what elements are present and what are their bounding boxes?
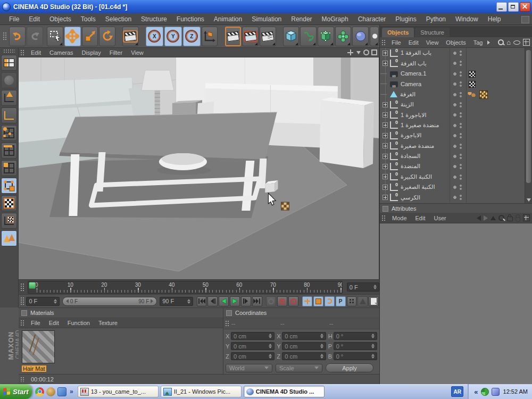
visibility-dots[interactable] bbox=[450, 69, 466, 79]
scrollbar-thumb[interactable] bbox=[526, 50, 531, 183]
titlebar[interactable]: CINEMA 4D Studio (32 Bit) - [01.c4d *] bbox=[0, 0, 532, 13]
object-label[interactable]: الكرسي bbox=[401, 194, 420, 201]
tree-row[interactable]: باب الغرفة bbox=[380, 58, 532, 68]
tag-area[interactable] bbox=[466, 130, 526, 140]
apply-button[interactable]: Apply bbox=[326, 363, 373, 372]
tree-scrollbar[interactable] bbox=[525, 48, 532, 203]
visibility-dots[interactable] bbox=[450, 89, 466, 99]
materials-menu-item[interactable]: Edit bbox=[45, 320, 63, 326]
expand-toggle-icon[interactable] bbox=[383, 195, 388, 200]
object-label[interactable]: منضدة صغيرة bbox=[401, 143, 434, 149]
close-button[interactable] bbox=[520, 2, 530, 12]
attr-search-icon[interactable] bbox=[498, 215, 504, 221]
taskbar-task-button[interactable]: II_21 - Windows Pic... bbox=[161, 386, 242, 397]
tree-row[interactable]: Camera.1 bbox=[380, 69, 532, 79]
expand-toggle-icon[interactable] bbox=[383, 71, 388, 76]
tree-row[interactable]: الزينة bbox=[380, 99, 532, 110]
object-label[interactable]: باب الغرفة 1 bbox=[401, 49, 431, 56]
viewport-zoom-icon[interactable] bbox=[355, 49, 361, 55]
expand-toggle-icon[interactable] bbox=[383, 81, 388, 87]
field-spinner[interactable] bbox=[266, 344, 272, 348]
size-field[interactable]: 0 cm bbox=[282, 332, 326, 340]
add-spline-button[interactable] bbox=[300, 27, 317, 46]
manager-tab[interactable]: Objects bbox=[382, 28, 414, 37]
visibility-dots[interactable] bbox=[450, 130, 466, 140]
visibility-dots[interactable] bbox=[450, 99, 466, 110]
project-settings-button[interactable] bbox=[369, 296, 379, 306]
parent-up-icon[interactable] bbox=[491, 216, 496, 220]
attributes-menu-item[interactable]: Mode bbox=[388, 215, 411, 221]
viewport-menu-item[interactable]: Cameras bbox=[45, 49, 78, 56]
tag-area[interactable] bbox=[466, 192, 526, 202]
coordinate-system-button[interactable] bbox=[202, 27, 218, 46]
materials-grip[interactable] bbox=[20, 320, 25, 326]
frame-end-field[interactable]: 90 F bbox=[160, 297, 193, 306]
play-forwards-button[interactable] bbox=[230, 296, 240, 306]
add-primitive-button[interactable] bbox=[283, 27, 300, 46]
render-picture-viewer-button[interactable] bbox=[242, 27, 259, 46]
attributes-menu-item[interactable]: User bbox=[430, 215, 451, 221]
position-field[interactable]: 0 cm bbox=[231, 352, 275, 360]
tree-row[interactable]: الاباجورة bbox=[380, 130, 532, 140]
menu-item[interactable]: MoGraph bbox=[317, 15, 353, 23]
status-grip[interactable] bbox=[20, 377, 25, 382]
field-spinner[interactable] bbox=[318, 354, 323, 359]
goto-end-button[interactable] bbox=[252, 296, 262, 306]
object-label[interactable]: الكنبة الصغيرة bbox=[401, 184, 435, 190]
viewport-menu-item[interactable]: View bbox=[127, 49, 148, 56]
frame-start-spinner[interactable] bbox=[51, 299, 57, 304]
tree-row[interactable]: الكنبة الصغيرة bbox=[380, 182, 532, 192]
viewport-menu-item[interactable]: Edit bbox=[27, 49, 45, 56]
tag-area[interactable] bbox=[466, 151, 526, 161]
menu-item[interactable]: Animation bbox=[209, 15, 247, 23]
visibility-dots[interactable] bbox=[450, 79, 466, 89]
viewport-rotate-icon[interactable] bbox=[363, 49, 369, 55]
object-label[interactable]: الغرفة bbox=[400, 91, 415, 98]
menu-item[interactable]: File bbox=[4, 15, 24, 23]
materials-menu-item[interactable]: Texture bbox=[94, 320, 122, 326]
search-icon[interactable] bbox=[498, 39, 504, 45]
taskbar-clock[interactable]: 12:52 AM bbox=[503, 388, 528, 395]
render-view-button[interactable] bbox=[225, 27, 242, 46]
menu-item[interactable]: Selection bbox=[101, 15, 136, 23]
timeline-playhead[interactable] bbox=[29, 282, 36, 289]
axis-lock-button[interactable]: Z bbox=[183, 27, 201, 46]
taskbar-task-button[interactable]: CINEMA 4D Studio ... bbox=[244, 386, 325, 397]
material-name[interactable]: Hair Mat bbox=[22, 365, 46, 372]
key-scale-toggle[interactable] bbox=[313, 296, 323, 306]
objects-menu-item[interactable]: Objects bbox=[442, 39, 469, 46]
live-selection-button[interactable] bbox=[47, 27, 63, 46]
menu-overflow-icon[interactable] bbox=[487, 40, 490, 45]
materials-menu-item[interactable]: Function bbox=[63, 320, 94, 326]
expand-toggle-icon[interactable] bbox=[383, 122, 388, 128]
range-right-arrow-icon[interactable] bbox=[151, 299, 153, 303]
redo-button[interactable] bbox=[27, 27, 43, 46]
visibility-dots[interactable] bbox=[450, 192, 466, 202]
quicklaunch-chrome-icon[interactable] bbox=[35, 387, 44, 396]
position-field[interactable]: 0 cm bbox=[231, 342, 275, 350]
language-indicator[interactable]: AR bbox=[451, 386, 463, 397]
field-spinner[interactable] bbox=[318, 334, 323, 338]
model-mode-button[interactable] bbox=[1, 107, 17, 123]
expand-toggle-icon[interactable] bbox=[383, 61, 388, 66]
expand-toggle-icon[interactable] bbox=[383, 143, 388, 148]
object-label[interactable]: السجادة bbox=[401, 153, 420, 160]
autokey-button[interactable]: ? bbox=[288, 296, 298, 306]
viewport-3d[interactable] bbox=[19, 57, 379, 279]
tree-row[interactable]: الاباجورة 1 bbox=[380, 110, 532, 120]
expand-toggle-icon[interactable] bbox=[383, 92, 388, 97]
menu-item[interactable]: Edit bbox=[24, 15, 45, 23]
viewport-menu-item[interactable]: Filter bbox=[105, 49, 127, 56]
rotate-tool-button[interactable] bbox=[99, 27, 115, 46]
frame-end-spinner[interactable] bbox=[185, 299, 190, 304]
visibility-dots[interactable] bbox=[450, 141, 466, 151]
viewport-menu-item[interactable]: Display bbox=[78, 49, 105, 56]
tree-row[interactable]: الكنبة الكبيرة bbox=[380, 172, 532, 182]
frame-start-field[interactable]: 0 F bbox=[26, 297, 59, 306]
current-frame-field[interactable]: 0 F bbox=[347, 282, 379, 292]
size-field[interactable]: 0 cm bbox=[282, 342, 326, 350]
object-label[interactable]: الكنبة الكبيرة bbox=[401, 173, 432, 180]
visibility-dots[interactable] bbox=[450, 182, 466, 192]
visibility-dots[interactable] bbox=[450, 151, 466, 161]
viewport-maximize-icon[interactable] bbox=[371, 49, 377, 55]
